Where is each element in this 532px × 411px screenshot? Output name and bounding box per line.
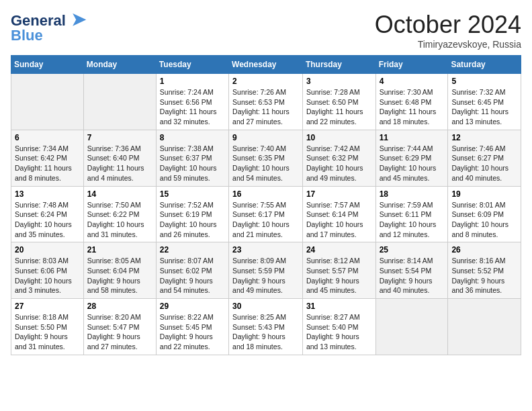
week-row-3: 13Sunrise: 7:48 AM Sunset: 6:24 PM Dayli… [11,186,521,242]
calendar-cell [11,74,84,130]
day-number: 19 [451,189,517,199]
day-info: Sunrise: 7:52 AM Sunset: 6:19 PM Dayligh… [160,200,225,240]
day-info: Sunrise: 7:26 AM Sunset: 6:53 PM Dayligh… [232,87,299,127]
week-row-5: 27Sunrise: 8:18 AM Sunset: 5:50 PM Dayli… [11,299,521,355]
weekday-header-tuesday: Tuesday [156,56,228,74]
day-info: Sunrise: 8:18 AM Sunset: 5:50 PM Dayligh… [15,312,80,352]
week-row-4: 20Sunrise: 8:03 AM Sunset: 6:06 PM Dayli… [11,242,521,299]
day-number: 11 [380,133,445,142]
day-number: 22 [160,245,225,255]
week-row-2: 6Sunrise: 7:34 AM Sunset: 6:42 PM Daylig… [11,130,521,186]
logo-blue: Blue [11,28,86,43]
calendar-cell [375,299,448,355]
calendar-cell: 21Sunrise: 8:05 AM Sunset: 6:04 PM Dayli… [83,242,156,299]
calendar-cell: 11Sunrise: 7:44 AM Sunset: 6:29 PM Dayli… [375,130,448,186]
day-info: Sunrise: 8:12 AM Sunset: 5:57 PM Dayligh… [306,256,372,295]
calendar-cell: 25Sunrise: 8:14 AM Sunset: 5:54 PM Dayli… [375,242,448,299]
calendar-cell: 18Sunrise: 7:59 AM Sunset: 6:11 PM Dayli… [375,186,448,242]
day-number: 21 [87,245,152,255]
day-number: 4 [380,77,445,86]
day-number: 10 [306,133,372,142]
day-number: 8 [160,133,225,142]
day-number: 14 [87,189,152,199]
calendar-cell: 22Sunrise: 8:07 AM Sunset: 6:02 PM Dayli… [156,242,228,299]
day-info: Sunrise: 8:14 AM Sunset: 5:54 PM Dayligh… [380,256,445,295]
calendar-cell: 29Sunrise: 8:22 AM Sunset: 5:45 PM Dayli… [156,299,228,355]
calendar-cell: 12Sunrise: 7:46 AM Sunset: 6:27 PM Dayli… [448,130,521,186]
week-row-1: 1Sunrise: 7:24 AM Sunset: 6:56 PM Daylig… [11,74,521,130]
day-number: 9 [232,133,299,142]
day-number: 24 [306,245,372,255]
weekday-header-sunday: Sunday [11,56,84,74]
day-number: 30 [232,302,299,311]
calendar-cell: 17Sunrise: 7:57 AM Sunset: 6:14 PM Dayli… [302,186,375,242]
day-info: Sunrise: 7:55 AM Sunset: 6:17 PM Dayligh… [232,200,299,240]
day-info: Sunrise: 7:46 AM Sunset: 6:27 PM Dayligh… [451,144,517,183]
day-info: Sunrise: 7:50 AM Sunset: 6:22 PM Dayligh… [87,200,152,240]
day-info: Sunrise: 7:28 AM Sunset: 6:50 PM Dayligh… [306,87,372,127]
month-title: October 2024 [375,11,521,39]
calendar-cell: 15Sunrise: 7:52 AM Sunset: 6:19 PM Dayli… [156,186,228,242]
weekday-header-friday: Friday [375,56,448,74]
weekday-header-monday: Monday [83,56,156,74]
calendar-cell: 6Sunrise: 7:34 AM Sunset: 6:42 PM Daylig… [11,130,84,186]
calendar-cell: 24Sunrise: 8:12 AM Sunset: 5:57 PM Dayli… [302,242,375,299]
day-info: Sunrise: 8:07 AM Sunset: 6:02 PM Dayligh… [160,256,225,295]
calendar-cell: 23Sunrise: 8:09 AM Sunset: 5:59 PM Dayli… [229,242,303,299]
day-info: Sunrise: 7:57 AM Sunset: 6:14 PM Dayligh… [306,200,372,240]
day-info: Sunrise: 7:30 AM Sunset: 6:48 PM Dayligh… [380,87,445,127]
day-info: Sunrise: 7:48 AM Sunset: 6:24 PM Dayligh… [15,200,80,240]
calendar-cell: 2Sunrise: 7:26 AM Sunset: 6:53 PM Daylig… [229,74,303,130]
day-number: 16 [232,189,299,199]
day-number: 20 [15,245,80,255]
day-number: 1 [160,77,225,86]
day-number: 3 [306,77,372,86]
calendar-body: 1Sunrise: 7:24 AM Sunset: 6:56 PM Daylig… [11,74,521,355]
calendar-cell: 28Sunrise: 8:20 AM Sunset: 5:47 PM Dayli… [83,299,156,355]
day-info: Sunrise: 7:36 AM Sunset: 6:40 PM Dayligh… [87,144,152,183]
day-info: Sunrise: 8:01 AM Sunset: 6:09 PM Dayligh… [451,200,517,240]
day-number: 29 [160,302,225,311]
day-info: Sunrise: 8:27 AM Sunset: 5:40 PM Dayligh… [306,312,372,352]
day-number: 7 [87,133,152,142]
day-number: 27 [15,302,80,311]
calendar-cell: 9Sunrise: 7:40 AM Sunset: 6:35 PM Daylig… [229,130,303,186]
day-info: Sunrise: 7:40 AM Sunset: 6:35 PM Dayligh… [232,144,299,183]
day-number: 15 [160,189,225,199]
calendar-cell: 4Sunrise: 7:30 AM Sunset: 6:48 PM Daylig… [375,74,448,130]
calendar-cell: 13Sunrise: 7:48 AM Sunset: 6:24 PM Dayli… [11,186,84,242]
location-label: Timiryazevskoye, Russia [375,39,521,50]
calendar-cell [448,299,521,355]
day-info: Sunrise: 8:20 AM Sunset: 5:47 PM Dayligh… [87,312,152,352]
day-info: Sunrise: 8:22 AM Sunset: 5:45 PM Dayligh… [160,312,225,352]
weekday-header-row: SundayMondayTuesdayWednesdayThursdayFrid… [11,56,521,74]
day-number: 31 [306,302,372,311]
weekday-header-saturday: Saturday [448,56,521,74]
day-info: Sunrise: 7:24 AM Sunset: 6:56 PM Dayligh… [160,87,225,127]
day-info: Sunrise: 7:44 AM Sunset: 6:29 PM Dayligh… [380,144,445,183]
calendar-cell: 5Sunrise: 7:32 AM Sunset: 6:45 PM Daylig… [448,74,521,130]
calendar-cell: 27Sunrise: 8:18 AM Sunset: 5:50 PM Dayli… [11,299,84,355]
logo: General ➤ Blue [11,11,86,43]
calendar-cell: 1Sunrise: 7:24 AM Sunset: 6:56 PM Daylig… [156,74,228,130]
day-number: 23 [232,245,299,255]
day-number: 13 [15,189,80,199]
calendar-title-block: October 2024 Timiryazevskoye, Russia [375,11,521,50]
day-info: Sunrise: 8:03 AM Sunset: 6:06 PM Dayligh… [15,256,80,295]
day-number: 28 [87,302,152,311]
calendar-cell: 14Sunrise: 7:50 AM Sunset: 6:22 PM Dayli… [83,186,156,242]
calendar-cell: 20Sunrise: 8:03 AM Sunset: 6:06 PM Dayli… [11,242,84,299]
day-info: Sunrise: 7:34 AM Sunset: 6:42 PM Dayligh… [15,144,80,183]
calendar-table: SundayMondayTuesdayWednesdayThursdayFrid… [11,55,521,355]
day-info: Sunrise: 8:09 AM Sunset: 5:59 PM Dayligh… [232,256,299,295]
day-info: Sunrise: 7:42 AM Sunset: 6:32 PM Dayligh… [306,144,372,183]
day-number: 18 [380,189,445,199]
calendar-cell: 16Sunrise: 7:55 AM Sunset: 6:17 PM Dayli… [229,186,303,242]
day-info: Sunrise: 8:05 AM Sunset: 6:04 PM Dayligh… [87,256,152,295]
day-number: 26 [451,245,517,255]
day-info: Sunrise: 8:25 AM Sunset: 5:43 PM Dayligh… [232,312,299,352]
day-number: 25 [380,245,445,255]
calendar-cell: 31Sunrise: 8:27 AM Sunset: 5:40 PM Dayli… [302,299,375,355]
day-number: 12 [451,133,517,142]
logo-bird-icon: ➤ [71,9,86,30]
